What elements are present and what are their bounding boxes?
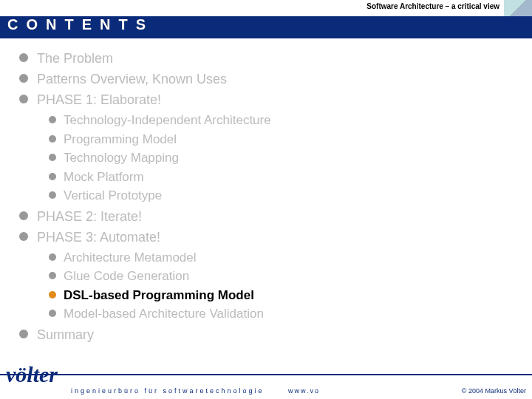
sub-list: Architecture MetamodelGlue Code Generati…: [49, 248, 517, 324]
bullet-list: The ProblemPatterns Overview, Known Uses…: [19, 49, 517, 344]
bullet-dot: [49, 135, 56, 143]
bullet-dot: [49, 173, 56, 180]
list-item: DSL-based Programming Model: [49, 286, 517, 305]
list-item: Architecture Metamodel: [49, 248, 517, 267]
corner-decoration: [504, 0, 532, 16]
footer: völter ingenieurbüro für softwaretechnol…: [0, 374, 532, 399]
content-body: The ProblemPatterns Overview, Known Uses…: [19, 49, 517, 346]
list-item-label: Programming Model: [64, 130, 177, 149]
list-item-label: PHASE 3: Automate!: [37, 228, 160, 247]
list-item-label: Architecture Metamodel: [64, 248, 197, 267]
list-item-label: Technology-Independent Architecture: [64, 111, 271, 130]
bullet-dot: [49, 116, 56, 123]
bullet-dot: [49, 154, 56, 161]
list-item: Mock Platform: [49, 168, 517, 187]
list-item-label: Summary: [37, 325, 94, 344]
bullet-dot: [49, 253, 56, 261]
list-item: Summary: [19, 325, 517, 344]
footer-divider: [0, 374, 532, 375]
list-item-label: The Problem: [37, 49, 113, 68]
list-item: Vertical Prototype: [49, 186, 517, 205]
list-item-label: Model-based Architecture Validation: [64, 304, 264, 324]
footer-copyright: © 2004 Markus Völter: [462, 387, 526, 395]
footer-tagline: ingenieurbüro für softwaretechnologie: [71, 387, 265, 395]
list-item-label: Patterns Overview, Known Uses: [37, 69, 227, 89]
list-item: Patterns Overview, Known Uses: [19, 69, 517, 89]
bullet-dot: [19, 74, 28, 83]
bullet-dot: [19, 232, 28, 241]
list-item-label: PHASE 2: Iterate!: [37, 207, 142, 226]
sub-list-wrapper: Architecture MetamodelGlue Code Generati…: [19, 248, 517, 324]
presentation-subtitle: Software Architecture – a critical view: [366, 2, 499, 10]
list-item-label: Glue Code Generation: [64, 267, 189, 286]
bullet-dot: [19, 53, 28, 62]
top-bar: Software Architecture – a critical view: [0, 0, 532, 16]
bullet-dot: [49, 191, 56, 199]
bullet-dot: [19, 330, 28, 338]
list-item-label: PHASE 1: Elaborate!: [37, 90, 161, 109]
list-item: PHASE 3: Automate!: [19, 228, 517, 247]
list-item-label: DSL-based Programming Model: [64, 286, 254, 305]
list-item: Programming Model: [49, 130, 517, 149]
bullet-dot: [49, 291, 56, 299]
logo-text: völter: [6, 362, 58, 387]
list-item: Technology Mapping: [49, 149, 517, 168]
sub-list: Technology-Independent ArchitectureProgr…: [49, 111, 517, 205]
bullet-dot: [49, 310, 56, 317]
sub-list-wrapper: Technology-Independent ArchitectureProgr…: [19, 111, 517, 205]
bullet-dot: [19, 95, 28, 103]
bullet-dot: [19, 211, 28, 220]
list-item: PHASE 1: Elaborate!: [19, 90, 517, 109]
list-item: Model-based Architecture Validation: [49, 304, 517, 324]
list-item: PHASE 2: Iterate!: [19, 207, 517, 226]
footer-url: www.vo: [288, 387, 320, 395]
list-item: Glue Code Generation: [49, 267, 517, 286]
slide: Software Architecture – a critical view …: [0, 0, 532, 399]
list-item-label: Technology Mapping: [64, 149, 179, 168]
list-item: The Problem: [19, 49, 517, 68]
list-item-label: Mock Platform: [64, 168, 144, 187]
list-item-label: Vertical Prototype: [64, 186, 162, 205]
list-item: Technology-Independent Architecture: [49, 111, 517, 130]
bullet-dot: [49, 272, 56, 279]
